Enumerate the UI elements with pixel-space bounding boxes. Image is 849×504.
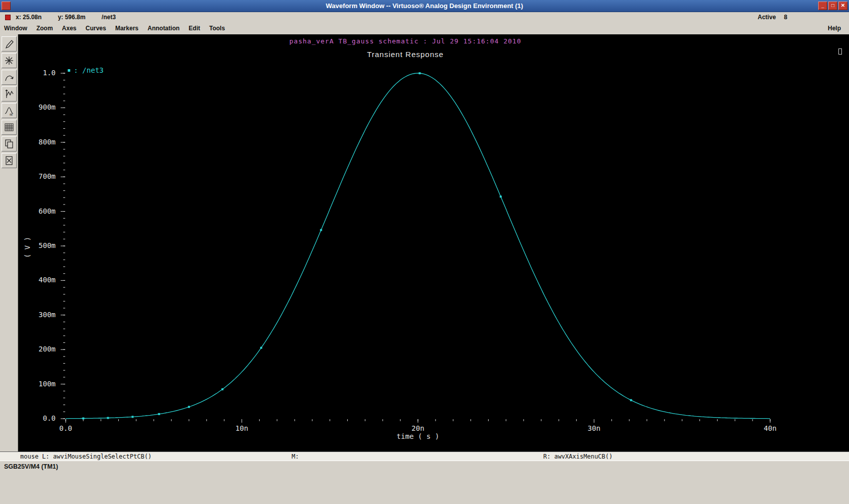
- data-point-marker[interactable]: [500, 195, 502, 197]
- y-tick-label: 500m: [24, 241, 56, 249]
- strip-indicator-icon: [838, 48, 842, 55]
- menu-item-zoom[interactable]: Zoom: [36, 25, 53, 32]
- waveform-net3[interactable]: [66, 73, 770, 419]
- data-point-marker[interactable]: [630, 399, 632, 401]
- erase-tool-button[interactable]: [2, 153, 17, 168]
- y-tick-label: 1.0: [24, 69, 56, 77]
- y-tick-label: 400m: [24, 276, 56, 284]
- y-tick-label: 600m: [24, 207, 56, 215]
- x-tick-label: 0.0: [51, 424, 81, 432]
- net-readout: /net3: [102, 14, 116, 21]
- y-tick-label: 300m: [24, 311, 56, 319]
- waveform-canvas[interactable]: [18, 34, 849, 451]
- y-tick-label: 200m: [24, 345, 56, 353]
- menu-item-annotation[interactable]: Annotation: [148, 25, 179, 32]
- copy-tool-button[interactable]: [2, 136, 17, 152]
- axes-wave-icon: [4, 88, 15, 99]
- menu-item-markers[interactable]: Markers: [115, 25, 138, 32]
- pencil-tool-button[interactable]: [2, 36, 17, 52]
- peak-curve-icon: fB: [4, 105, 15, 116]
- maximize-button[interactable]: □: [828, 2, 837, 10]
- data-point-marker[interactable]: [131, 416, 133, 418]
- status-led-icon: [5, 15, 11, 20]
- x-readout: x: 25.08n: [16, 14, 41, 21]
- toolbar: fB: [0, 34, 18, 451]
- data-point-marker[interactable]: [107, 417, 109, 419]
- menu-item-tools[interactable]: Tools: [209, 25, 225, 32]
- menu-items: WindowZoomAxesCurvesMarkersAnnotationEdi…: [4, 25, 225, 32]
- titlebar[interactable]: Waveform Window -- Virtuoso® Analog Desi…: [0, 0, 849, 12]
- data-point-marker[interactable]: [221, 388, 223, 390]
- minimize-button[interactable]: _: [818, 2, 827, 10]
- erase-icon: [4, 155, 15, 166]
- y-tick-label: 100m: [24, 380, 56, 388]
- legend-marker-icon: [68, 69, 70, 72]
- grid-icon: [4, 122, 15, 133]
- x-tick-label: 30n: [579, 424, 609, 432]
- mouse-middle-binding: M:: [292, 453, 299, 460]
- x-tick-label: 40n: [755, 424, 785, 432]
- table-tool-button[interactable]: [2, 120, 17, 135]
- data-point-marker[interactable]: [260, 347, 262, 349]
- waveform-window: Waveform Window -- Virtuoso® Analog Desi…: [0, 0, 849, 504]
- y-tick-label: 800m: [24, 138, 56, 146]
- process-status-bar: SGB25V/M4 (TM1): [0, 461, 849, 472]
- data-point-marker[interactable]: [188, 406, 190, 408]
- data-point-marker[interactable]: [320, 229, 322, 231]
- pencil-icon: [4, 38, 15, 49]
- data-point-marker[interactable]: [419, 72, 421, 74]
- x-tick-label: 20n: [403, 424, 433, 432]
- window-menu-button[interactable]: [2, 2, 11, 10]
- active-label: Active: [758, 14, 776, 21]
- y-readout: y: 596.8m: [58, 14, 85, 21]
- mouse-right-binding: R: awvXAxisMenuCB(): [543, 453, 612, 460]
- readout-bar: x: 25.08n y: 596.8m /net3 Active 8: [0, 12, 849, 22]
- star-tool-button[interactable]: [2, 53, 17, 68]
- menu-item-axes[interactable]: Axes: [62, 25, 77, 32]
- axes-tool-button[interactable]: [2, 86, 17, 102]
- main-content: fB pasha_verA TB_gauss schematic : Jul 2…: [0, 34, 849, 451]
- x-tick-label: 10n: [227, 424, 257, 432]
- active-count: 8: [784, 14, 787, 21]
- menu-item-curves[interactable]: Curves: [85, 25, 106, 32]
- menu-item-window[interactable]: Window: [4, 25, 27, 32]
- svg-text:fB: fB: [10, 113, 13, 116]
- y-tick-label: 0.0: [24, 414, 56, 422]
- process-label: SGB25V/M4 (TM1): [4, 463, 58, 470]
- mouse-left-binding: mouse L: awviMouseSingleSelectPtCB(): [20, 453, 152, 460]
- close-button[interactable]: ✕: [838, 2, 847, 10]
- legend-net3[interactable]: : /net3: [68, 66, 104, 74]
- menu-item-edit[interactable]: Edit: [188, 25, 200, 32]
- plot-area[interactable]: pasha_verA TB_gauss schematic : Jul 29 1…: [18, 34, 849, 451]
- y-tick-label: 900m: [24, 103, 56, 111]
- data-point-marker[interactable]: [158, 413, 160, 415]
- bottom-filler: [0, 472, 849, 504]
- legend-label: : /net3: [74, 66, 104, 74]
- arc-tool-button[interactable]: [2, 70, 17, 85]
- y-tick-label: 700m: [24, 172, 56, 180]
- wave-tool-button[interactable]: fB: [2, 103, 17, 118]
- data-point-marker[interactable]: [82, 418, 84, 420]
- copy-icon: [4, 138, 15, 149]
- mouse-binding-bar: mouse L: awviMouseSingleSelectPtCB() M: …: [0, 451, 849, 461]
- menubar: WindowZoomAxesCurvesMarkersAnnotationEdi…: [0, 22, 849, 34]
- arc-icon: [4, 72, 15, 83]
- window-title: Waveform Window -- Virtuoso® Analog Desi…: [326, 2, 523, 10]
- menu-item-help[interactable]: Help: [828, 25, 841, 32]
- plot-title: Transient Response: [18, 50, 792, 59]
- star-icon: [4, 55, 15, 66]
- x-axis-title: time ( s ): [18, 432, 818, 440]
- plot-header: pasha_verA TB_gauss schematic : Jul 29 1…: [18, 37, 792, 45]
